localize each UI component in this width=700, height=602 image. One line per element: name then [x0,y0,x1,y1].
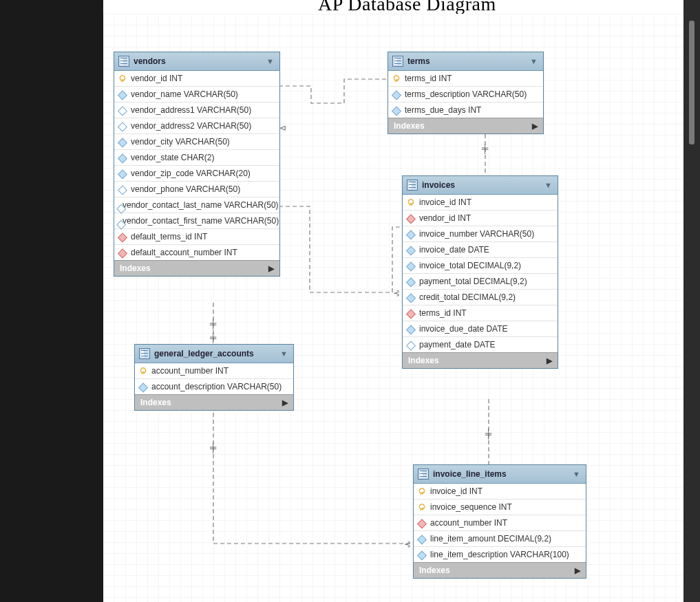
expand-icon[interactable]: ▶ [575,566,580,575]
diagram-title: AP Database Diagram [318,0,496,15]
indexes-section[interactable]: Indexes ▶ [403,352,558,368]
column-row[interactable]: invoice_due_date DATE [403,321,558,337]
table-icon [407,180,418,191]
expand-icon[interactable]: ▶ [547,356,552,365]
column-row[interactable]: vendor_state CHAR(2) [114,150,279,166]
column-row[interactable]: account_number INT [135,363,293,379]
entity-header[interactable]: invoices ▼ [403,176,558,195]
column-row[interactable]: account_number INT [414,515,586,531]
entity-terms[interactable]: terms ▼ terms_id INTterms_description VA… [388,52,544,134]
column-row[interactable]: account_description VARCHAR(50) [135,379,293,394]
column-icon [416,549,428,561]
collapse-icon[interactable]: ▼ [573,470,580,478]
column-text: account_number INT [151,366,229,376]
column-row[interactable]: terms_id INT [388,71,543,87]
column-text: vendor_name VARCHAR(50) [131,89,238,99]
entity-invoices[interactable]: invoices ▼ invoice_id INTvendor_id INTin… [402,175,558,369]
primary-key-icon [417,486,427,496]
entity-title: vendors [134,56,166,66]
column-row[interactable]: vendor_zip_code VARCHAR(20) [114,166,279,182]
column-row[interactable]: vendor_id INT [403,211,558,226]
column-row[interactable]: invoice_total DECIMAL(9,2) [403,258,558,274]
column-row[interactable]: credit_total DECIMAL(9,2) [403,290,558,305]
column-icon [117,136,129,148]
column-row[interactable]: vendor_city VARCHAR(50) [114,134,279,150]
foreign-key-icon [405,308,417,319]
table-icon [139,348,150,359]
column-row[interactable]: invoice_id INT [403,195,558,211]
column-row[interactable]: vendor_address1 VARCHAR(50) [114,103,279,118]
column-row[interactable]: invoice_sequence INT [414,499,586,515]
scrollbar-thumb[interactable] [689,21,694,144]
indexes-label: Indexes [140,398,171,407]
foreign-key-icon [405,213,417,224]
column-row[interactable]: line_item_amount DECIMAL(9,2) [414,531,586,547]
column-row[interactable]: invoice_id INT [414,484,586,499]
column-row[interactable]: terms_id INT [403,305,558,321]
entity-header[interactable]: vendors ▼ [114,52,279,71]
column-text: line_item_amount DECIMAL(9,2) [430,534,551,544]
entity-vendors[interactable]: vendors ▼ vendor_id INTvendor_name VARCH… [114,52,280,277]
column-icon [405,276,417,288]
column-text: default_account_number INT [131,248,237,257]
column-row[interactable]: payment_total DECIMAL(9,2) [403,274,558,290]
primary-key-icon [392,74,401,83]
nullable-column-icon [116,202,121,208]
column-row[interactable]: vendor_id INT [114,71,279,87]
indexes-section[interactable]: Indexes ▶ [114,260,279,276]
column-icon [391,105,403,116]
column-text: payment_total DECIMAL(9,2) [419,277,527,286]
column-text: invoice_sequence INT [430,502,512,512]
column-text: invoice_id INT [419,197,471,207]
column-row[interactable]: default_account_number INT [114,245,279,260]
column-icon [405,228,417,240]
indexes-section[interactable]: Indexes ▶ [414,562,586,578]
column-row[interactable]: invoice_date DATE [403,242,558,258]
column-text: invoice_date DATE [419,245,489,255]
column-row[interactable]: vendor_address2 VARCHAR(50) [114,118,279,134]
column-row[interactable]: line_item_description VARCHAR(100) [414,547,586,562]
column-row[interactable]: terms_description VARCHAR(50) [388,87,543,103]
foreign-key-icon [117,231,129,243]
expand-icon[interactable]: ▶ [268,264,274,273]
column-row[interactable]: vendor_name VARCHAR(50) [114,87,279,103]
column-row[interactable]: vendor_contact_first_name VARCHAR(50) [114,213,279,229]
column-icon [416,533,428,545]
column-text: invoice_id INT [430,486,482,496]
column-row[interactable]: payment_date DATE [403,337,558,352]
entity-general-ledger-accounts[interactable]: general_ledger_accounts ▼ account_number… [134,344,294,411]
vertical-scrollbar[interactable] [683,0,700,602]
indexes-section[interactable]: Indexes ▶ [135,394,293,410]
expand-icon[interactable]: ▶ [532,122,538,131]
entity-invoice-line-items[interactable]: invoice_line_items ▼ invoice_id INTinvoi… [413,464,586,579]
column-icon [405,244,417,256]
nullable-column-icon [116,218,121,224]
entity-header[interactable]: invoice_line_items ▼ [414,465,586,484]
column-text: vendor_zip_code VARCHAR(20) [131,169,251,178]
collapse-icon[interactable]: ▼ [544,181,552,189]
diagram-canvas[interactable]: ⊲ ⊰ ╪ ╪ ╪ ╪ ╪ ⊰ vendors ▼ v [103,14,683,602]
column-text: invoice_due_date DATE [419,324,508,334]
column-text: invoice_number VARCHAR(50) [419,229,534,239]
entity-header[interactable]: terms ▼ [388,52,543,71]
collapse-icon[interactable]: ▼ [530,57,538,65]
indexes-section[interactable]: Indexes ▶ [388,118,543,133]
expand-icon[interactable]: ▶ [282,398,288,407]
collapse-icon[interactable]: ▼ [280,350,288,358]
column-text: line_item_description VARCHAR(100) [430,550,569,559]
column-row[interactable]: vendor_contact_last_name VARCHAR(50) [114,197,279,213]
column-row[interactable]: vendor_phone VARCHAR(50) [114,182,279,197]
indexes-label: Indexes [408,356,439,365]
entity-title: invoices [422,180,455,190]
entity-header[interactable]: general_ledger_accounts ▼ [135,345,293,363]
column-text: vendor_address1 VARCHAR(50) [131,105,251,115]
column-text: payment_date DATE [419,340,496,350]
column-icon [391,89,403,100]
column-row[interactable]: default_terms_id INT [114,229,279,245]
collapse-icon[interactable]: ▼ [266,57,274,65]
column-row[interactable]: invoice_number VARCHAR(50) [403,226,558,242]
table-icon [418,469,429,480]
column-text: terms_due_days INT [405,105,481,115]
column-row[interactable]: terms_due_days INT [388,103,543,118]
scrollbar-track[interactable] [687,0,697,602]
